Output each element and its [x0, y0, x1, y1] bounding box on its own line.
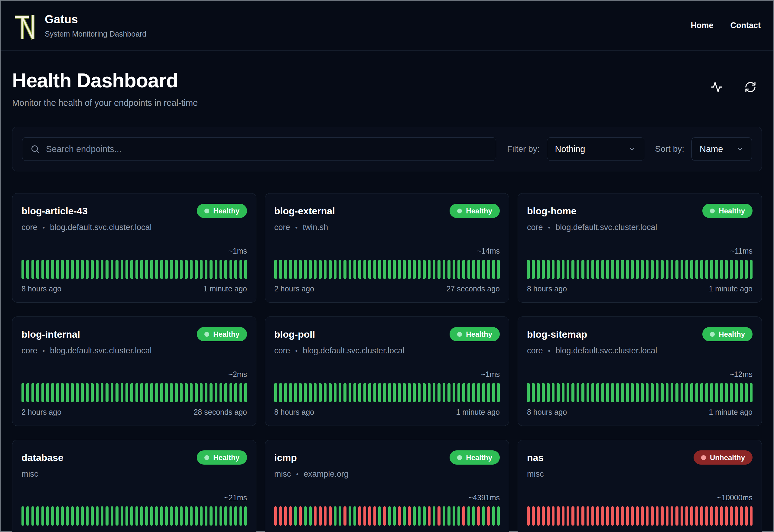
uptime-bar[interactable] — [334, 506, 337, 526]
refresh-icon[interactable] — [744, 81, 756, 93]
uptime-bar[interactable] — [557, 260, 559, 279]
uptime-bar[interactable] — [339, 506, 341, 526]
uptime-bar[interactable] — [443, 383, 445, 402]
uptime-bar[interactable] — [26, 506, 29, 526]
uptime-bar[interactable] — [462, 506, 465, 526]
uptime-bar[interactable] — [309, 383, 312, 402]
uptime-bar[interactable] — [343, 383, 346, 402]
uptime-bar[interactable] — [155, 260, 158, 279]
uptime-bar[interactable] — [353, 260, 356, 279]
uptime-bar[interactable] — [289, 383, 292, 402]
uptime-bar[interactable] — [388, 383, 391, 402]
uptime-bar[interactable] — [130, 506, 133, 526]
uptime-bar[interactable] — [334, 260, 337, 279]
uptime-bar[interactable] — [571, 260, 574, 279]
uptime-bar[interactable] — [86, 260, 89, 279]
uptime-bar[interactable] — [319, 383, 321, 402]
uptime-bar[interactable] — [705, 260, 708, 279]
uptime-bar[interactable] — [195, 506, 197, 526]
uptime-bar[interactable] — [314, 260, 317, 279]
uptime-bar[interactable] — [96, 506, 99, 526]
uptime-bar[interactable] — [656, 506, 659, 526]
uptime-bar[interactable] — [244, 383, 247, 402]
uptime-bar[interactable] — [239, 260, 242, 279]
uptime-bar[interactable] — [443, 506, 445, 526]
uptime-bar[interactable] — [666, 506, 668, 526]
uptime-bar[interactable] — [21, 383, 24, 402]
uptime-bar[interactable] — [91, 383, 93, 402]
uptime-bar[interactable] — [631, 506, 634, 526]
uptime-bar[interactable] — [96, 383, 99, 402]
uptime-bar[interactable] — [462, 383, 465, 402]
uptime-bar[interactable] — [740, 260, 743, 279]
uptime-bar[interactable] — [81, 383, 84, 402]
uptime-bar[interactable] — [730, 506, 733, 526]
uptime-bar[interactable] — [205, 260, 207, 279]
uptime-bar[interactable] — [66, 383, 69, 402]
uptime-bar[interactable] — [675, 383, 678, 402]
uptime-bar[interactable] — [106, 506, 108, 526]
uptime-bar[interactable] — [343, 260, 346, 279]
uptime-bar[interactable] — [368, 383, 371, 402]
uptime-bar[interactable] — [358, 506, 361, 526]
endpoint-card[interactable]: blog-article-43 Healthy core • blog.defa… — [12, 193, 256, 303]
uptime-bar[interactable] — [740, 383, 743, 402]
uptime-bar[interactable] — [175, 260, 178, 279]
uptime-bar[interactable] — [681, 383, 683, 402]
uptime-bar[interactable] — [497, 383, 500, 402]
uptime-bar[interactable] — [606, 506, 609, 526]
uptime-bar[interactable] — [447, 506, 450, 526]
uptime-bar[interactable] — [368, 260, 371, 279]
uptime-bar[interactable] — [408, 506, 411, 526]
uptime-bar[interactable] — [636, 506, 639, 526]
uptime-bar[interactable] — [319, 506, 321, 526]
uptime-bar[interactable] — [274, 506, 277, 526]
uptime-bar[interactable] — [81, 260, 84, 279]
uptime-bar[interactable] — [646, 506, 649, 526]
uptime-bar[interactable] — [547, 506, 550, 526]
uptime-bar[interactable] — [690, 383, 693, 402]
uptime-bar[interactable] — [304, 506, 307, 526]
uptime-bar[interactable] — [165, 506, 168, 526]
uptime-bar[interactable] — [557, 506, 559, 526]
uptime-bar[interactable] — [106, 383, 108, 402]
uptime-bar[interactable] — [661, 506, 663, 526]
uptime-bar[interactable] — [398, 506, 401, 526]
uptime-bar[interactable] — [487, 383, 490, 402]
uptime-bar[interactable] — [636, 383, 639, 402]
uptime-bar[interactable] — [175, 506, 178, 526]
uptime-bar[interactable] — [56, 383, 59, 402]
uptime-bar[interactable] — [413, 383, 416, 402]
uptime-bar[interactable] — [244, 260, 247, 279]
uptime-bar[interactable] — [150, 383, 153, 402]
uptime-bar[interactable] — [453, 383, 455, 402]
uptime-bar[interactable] — [428, 383, 431, 402]
uptime-bar[interactable] — [621, 383, 624, 402]
uptime-bar[interactable] — [646, 383, 649, 402]
uptime-bar[interactable] — [215, 260, 217, 279]
uptime-bar[interactable] — [160, 383, 163, 402]
uptime-bar[interactable] — [636, 260, 639, 279]
uptime-bar[interactable] — [685, 260, 688, 279]
uptime-bar[interactable] — [423, 260, 425, 279]
uptime-bar[interactable] — [472, 260, 475, 279]
uptime-bar[interactable] — [353, 383, 356, 402]
uptime-bar[interactable] — [710, 383, 713, 402]
search-input[interactable] — [46, 144, 488, 154]
uptime-bar[interactable] — [735, 506, 738, 526]
uptime-bar[interactable] — [378, 383, 381, 402]
uptime-bar[interactable] — [56, 506, 59, 526]
uptime-bar[interactable] — [185, 506, 187, 526]
uptime-bar[interactable] — [135, 506, 138, 526]
uptime-bar[interactable] — [125, 383, 128, 402]
uptime-bar[interactable] — [314, 506, 317, 526]
uptime-bar[interactable] — [606, 383, 609, 402]
uptime-bar[interactable] — [681, 260, 683, 279]
uptime-bar[interactable] — [36, 260, 39, 279]
uptime-bar[interactable] — [641, 383, 644, 402]
uptime-bar[interactable] — [71, 260, 74, 279]
uptime-bar[interactable] — [150, 260, 153, 279]
uptime-bar[interactable] — [289, 260, 292, 279]
endpoint-card[interactable]: blog-external Healthy core • twin.sh ~14… — [265, 193, 509, 303]
uptime-bar[interactable] — [497, 506, 500, 526]
